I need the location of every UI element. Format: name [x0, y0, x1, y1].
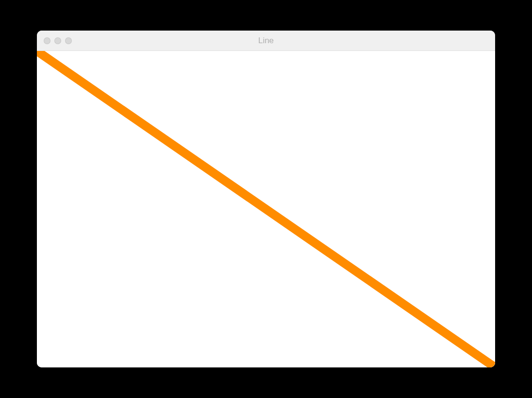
maximize-button[interactable] [65, 37, 72, 44]
window-title: Line [37, 36, 495, 46]
window-controls [37, 37, 72, 44]
application-window: Line [37, 31, 495, 367]
minimize-button[interactable] [54, 37, 61, 44]
window-titlebar[interactable]: Line [37, 31, 495, 51]
close-button[interactable] [44, 37, 50, 44]
drawing-canvas [37, 51, 495, 367]
canvas-area [37, 51, 495, 367]
diagonal-line [37, 51, 495, 367]
